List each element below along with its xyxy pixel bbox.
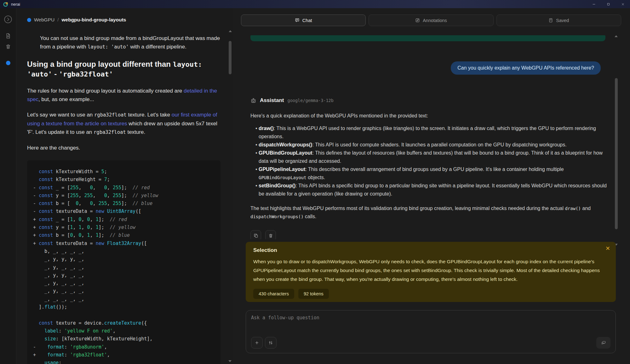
document-icon[interactable] [5, 33, 11, 39]
composer [246, 310, 616, 353]
text-segment: setBindGroup() [259, 183, 295, 188]
chat-scroll-area: Can you quickly explain any WebGPU APIs … [250, 35, 613, 239]
assistant-bullet: •draw(): This is a WebGPU API used to re… [250, 124, 613, 141]
text-segment: calls. [304, 214, 317, 219]
tab-chat[interactable]: Chat [241, 14, 366, 26]
add-attachment-button[interactable] [251, 337, 263, 349]
inline-code: GPUBindGroupLayout [259, 175, 306, 180]
assistant-bullet-list: •draw(): This is a WebGPU API used to re… [250, 124, 613, 198]
scroll-up-arrow[interactable] [229, 30, 232, 32]
code-line: - const textureData = new Uint8Array([ [33, 208, 217, 215]
assistant-model-label: google/gemma-3-12b [288, 98, 334, 103]
code-line: size: [kTextureWidth, kTextureHeight], [33, 335, 217, 343]
assistant-bullet: •dispatchWorkgroups(): This API is used … [250, 141, 613, 149]
annotation-icon [415, 18, 420, 23]
message-actions [250, 230, 613, 239]
close-button[interactable] [616, 0, 630, 8]
assistant-outro: The text highlights that WebGPU performs… [250, 204, 610, 221]
code-line: - const b = [ 0, 0, 255, 255]; // blue [33, 200, 217, 208]
doc-paragraph: The rules for how a bind group layout is… [27, 87, 220, 104]
chat-scrollbar[interactable] [614, 35, 618, 246]
characters-badge: 430 characters [253, 289, 294, 299]
text-segment: The rules for how a bind group layout is… [27, 88, 184, 94]
bullet-marker: • [250, 182, 259, 198]
tab-saved[interactable]: Saved [496, 14, 621, 26]
scroll-thumb[interactable] [615, 78, 618, 229]
delete-message-button[interactable] [265, 230, 276, 239]
text-segment: texture. Let's take [127, 112, 172, 118]
code-line: - const _ = [255, 0, 0, 255]; // red [33, 184, 217, 192]
app-logo-icon [3, 2, 9, 7]
code-line: + format: 'rgba32float', [33, 351, 217, 359]
assistant-bullet: •GPUPipelineLayout: This describes the o… [250, 165, 613, 182]
text-segment: : This API binds a specific bind group t… [259, 183, 607, 196]
code-line: const texture = device.createTexture({ [33, 319, 217, 327]
tab-annotations[interactable]: Annotations [369, 14, 493, 26]
text-segment: , but, as one example... [38, 96, 94, 102]
doc-paragraph: You can not use a bind group made from a… [27, 34, 220, 51]
previous-selection-remnant [250, 35, 605, 41]
code-line: const kTextureHeight = 7; [33, 176, 217, 184]
bullet-marker: • [250, 141, 259, 149]
expand-sidebar-button[interactable] [4, 15, 12, 24]
text-segment: : This describes the overall arrangement… [305, 167, 564, 172]
code-line: + const y = [1, 1, 0, 1]; // yellow [33, 224, 217, 231]
tab-label: Saved [556, 18, 569, 23]
scroll-down-arrow[interactable] [228, 360, 232, 362]
selection-close-icon[interactable]: ✕ [605, 246, 610, 251]
code-line: _, y, _, _, _, [33, 287, 217, 295]
chat-tabs: ChatAnnotationsSaved [241, 14, 621, 26]
inline-code: dispatchWorkgroups() [250, 214, 304, 219]
assistant-bullet: •setBindGroup(): This API binds a specif… [250, 182, 613, 198]
selection-text: When you go to draw or to dispatchWorkgr… [253, 257, 608, 284]
user-message-bubble: Can you quickly explain any WebGPU APIs … [451, 61, 601, 75]
tab-label: Chat [302, 18, 312, 23]
text-segment: Here are the changes. [27, 145, 80, 151]
minimize-button[interactable] [587, 0, 601, 8]
maximize-button[interactable] [601, 0, 616, 8]
active-document-dot[interactable] [6, 61, 10, 65]
copy-message-button[interactable] [250, 230, 261, 239]
document-panel: WebGPU / webgpu-bind-group-layouts You c… [16, 8, 233, 364]
trash-icon[interactable] [5, 44, 11, 50]
tokens-badge: 92 tokens [298, 289, 329, 299]
text-segment: Using a bind group layout different than [27, 60, 173, 68]
code-line: const kTextureWidth = 5; [33, 168, 217, 176]
code-line: + const b = [0, 0, 1, 1]; // blue [33, 231, 217, 239]
inline-code: layout: 'auto' [88, 44, 129, 50]
code-line: _, y, y, _, _, [33, 271, 217, 279]
selection-title: Selection [253, 247, 608, 253]
followup-input[interactable] [251, 315, 610, 321]
document-content: You can not use a bind group made from a… [16, 23, 233, 364]
text-segment: : This is a WebGPU API used to render gr… [259, 126, 596, 139]
bullet-marker: • [250, 165, 259, 182]
inline-code: rgba32float [94, 129, 126, 135]
text-segment: dispatchWorkgroups() [259, 142, 312, 147]
chat-icon [295, 18, 300, 23]
titlebar: nerai [0, 0, 630, 8]
assistant-header: Assistant google/gemma-3-12b [250, 97, 613, 104]
text-segment: GPUPipelineLayout [259, 167, 305, 172]
code-line: _, y, _, _, _, [33, 279, 217, 287]
doc-paragraph: Here are the changes. [27, 144, 220, 152]
chat-panel: ChatAnnotationsSaved Can you quickly exp… [233, 8, 630, 364]
scroll-up-arrow[interactable] [615, 35, 618, 37]
inline-code: draw() [565, 206, 581, 211]
assistant-intro: Here's a quick explanation of the WebGPU… [250, 112, 613, 120]
settings-sliders-button[interactable] [265, 337, 277, 349]
scroll-thumb[interactable] [229, 41, 232, 74]
code-line: _, y, _, _, _, [33, 264, 217, 271]
document-scrollbar[interactable] [228, 30, 232, 363]
send-message-button[interactable] [596, 337, 610, 349]
text-segment: - [52, 70, 59, 78]
code-diff-block: const kTextureWidth = 5; const kTextureH… [27, 160, 220, 364]
text-segment: and [581, 206, 591, 211]
code-line [33, 311, 217, 319]
code-line: _, y, y, y, _, [33, 255, 217, 263]
window-controls [587, 0, 630, 8]
breadcrumb-project[interactable]: WebGPU [34, 17, 54, 23]
assistant-bullet: •GPUBindGroupLayout: This defines the la… [250, 149, 613, 165]
inline-code: rgba32float [94, 112, 127, 118]
selection-badges: 430 characters 92 tokens [253, 289, 608, 299]
code-line: + const textureData = new Float32Array([ [33, 240, 217, 247]
